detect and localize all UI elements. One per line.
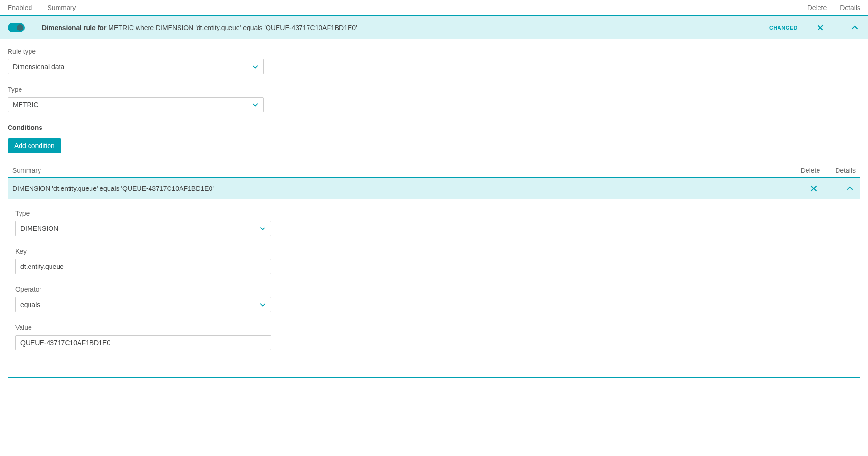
chevron-down-icon [259, 301, 266, 308]
rules-header-left: Enabled Summary [8, 4, 76, 11]
chevron-down-icon [252, 101, 259, 108]
changed-badge: CHANGED [769, 25, 798, 30]
condition-delete-column: Delete [801, 167, 820, 174]
chevron-down-icon [252, 63, 259, 70]
collapse-rule-button[interactable] [849, 22, 860, 33]
condition-key-label: Key [15, 248, 853, 255]
conditions-header-row: Summary Delete Details [8, 164, 860, 178]
condition-key-input[interactable] [15, 259, 271, 274]
condition-type-value: DIMENSION [20, 225, 259, 232]
rules-header-right: Delete Details [808, 4, 860, 11]
type-field: Type METRIC [8, 86, 860, 112]
add-condition-button[interactable]: Add condition [8, 138, 61, 153]
rule-summary-bar: Dimensional rule for METRIC where DIMENS… [0, 16, 868, 39]
type-value: METRIC [13, 101, 252, 109]
chevron-down-icon [259, 225, 266, 232]
rule-title-prefix: Dimensional rule for [42, 24, 106, 31]
delete-condition-button[interactable] [808, 183, 819, 194]
bottom-divider [8, 377, 860, 378]
rules-header-row: Enabled Summary Delete Details [0, 0, 868, 16]
conditions-header-right: Delete Details [801, 167, 856, 174]
condition-operator-value: equals [20, 301, 259, 308]
close-icon [810, 185, 818, 192]
collapse-condition-button[interactable] [844, 183, 856, 194]
chevron-up-icon [846, 185, 854, 192]
delete-column-header: Delete [808, 4, 827, 11]
chevron-up-icon [851, 24, 858, 31]
rule-type-select[interactable]: Dimensional data [8, 59, 264, 74]
rule-type-label: Rule type [8, 48, 860, 55]
condition-key-field: Key [15, 248, 853, 274]
condition-type-label: Type [15, 209, 853, 217]
type-select[interactable]: METRIC [8, 97, 264, 112]
delete-rule-button[interactable] [815, 22, 826, 33]
condition-type-field: Type DIMENSION [15, 209, 853, 236]
rule-enabled-toggle[interactable] [8, 23, 25, 32]
rule-title: Dimensional rule for METRIC where DIMENS… [42, 24, 769, 31]
condition-body: Type DIMENSION Key Operator equals [8, 199, 860, 369]
rule-title-rest: METRIC where DIMENSION 'dt.entity.queue'… [108, 24, 357, 31]
rule-type-field: Rule type Dimensional data [8, 48, 860, 74]
rule-type-value: Dimensional data [13, 63, 252, 70]
condition-operator-label: Operator [15, 286, 853, 293]
close-icon [817, 24, 824, 31]
rules-config-panel: Enabled Summary Delete Details Dimension… [0, 0, 868, 378]
enabled-column-header: Enabled [8, 4, 32, 11]
type-label: Type [8, 86, 860, 93]
condition-summary-bar: DIMENSION 'dt.entity.queue' equals 'QUEU… [8, 178, 860, 199]
condition-operator-field: Operator equals [15, 286, 853, 312]
summary-column-header: Summary [47, 4, 76, 11]
condition-value-label: Value [15, 324, 853, 331]
condition-type-select[interactable]: DIMENSION [15, 221, 271, 236]
rule-body: Rule type Dimensional data Type METRIC C… [0, 39, 868, 373]
conditions-section-title: Conditions [8, 124, 860, 131]
condition-details-column: Details [835, 167, 856, 174]
condition-value-input[interactable] [15, 335, 271, 350]
condition-summary-text: DIMENSION 'dt.entity.queue' equals 'QUEU… [12, 185, 808, 192]
condition-value-field: Value [15, 324, 853, 350]
condition-operator-select[interactable]: equals [15, 297, 271, 312]
details-column-header: Details [840, 4, 860, 11]
condition-summary-column: Summary [12, 167, 801, 174]
